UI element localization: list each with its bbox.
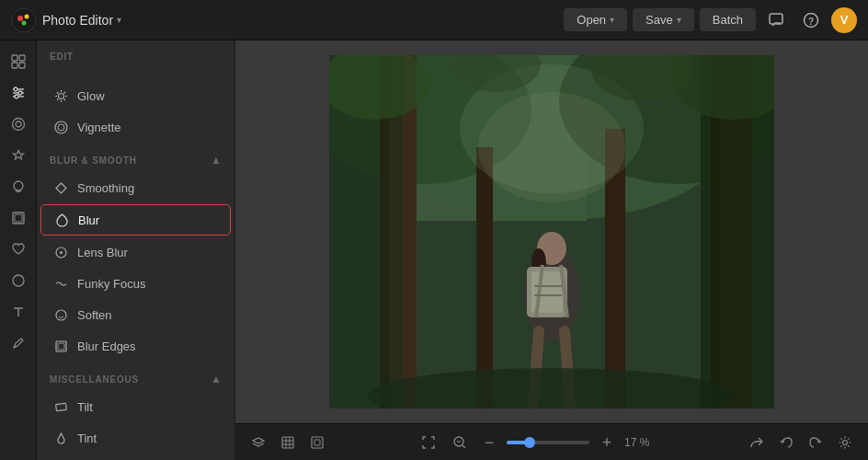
svg-rect-77 xyxy=(312,437,323,448)
svg-line-31 xyxy=(57,92,59,94)
blur-edges-icon xyxy=(53,339,68,353)
zoom-fit-icon-button[interactable] xyxy=(448,431,472,454)
rail-edit-icon[interactable] xyxy=(5,48,32,75)
bottom-bar-right xyxy=(745,431,857,454)
svg-rect-64 xyxy=(534,294,562,296)
funky-focus-label: Funky Focus xyxy=(77,277,145,291)
sidebar-item-vignette[interactable]: Vignette xyxy=(40,112,231,142)
rail-effects-icon[interactable] xyxy=(5,110,32,138)
rail-touch-icon[interactable] xyxy=(5,173,32,201)
app-logo[interactable] xyxy=(11,7,37,33)
sidebar-item-tint[interactable]: Tint xyxy=(40,423,231,453)
photo-container xyxy=(329,55,774,408)
blur-edges-label: Blur Edges xyxy=(77,339,136,353)
user-avatar[interactable]: V xyxy=(831,7,857,33)
blur-label: Blur xyxy=(78,213,99,227)
svg-point-15 xyxy=(18,91,22,95)
tilt-label: Tilt xyxy=(77,400,93,414)
open-button[interactable]: Open ▾ xyxy=(564,8,627,31)
blur-smooth-section-label: BLUR & SMOOTH ▲ xyxy=(37,143,234,172)
svg-rect-7 xyxy=(12,55,17,61)
sidebar-item-blur[interactable]: Blur xyxy=(40,204,231,236)
sidebar-panel: EDIT Enhance DLX xyxy=(37,40,235,460)
svg-point-26 xyxy=(58,93,63,98)
batch-button[interactable]: Batch xyxy=(700,8,756,31)
svg-point-35 xyxy=(55,121,67,133)
rail-heart-icon[interactable] xyxy=(5,236,32,263)
sidebar-item-soften[interactable]: Soften xyxy=(40,300,231,329)
glow-icon xyxy=(53,88,68,103)
svg-point-82 xyxy=(843,440,848,444)
svg-point-0 xyxy=(12,8,36,32)
soften-label: Soften xyxy=(77,308,112,322)
rail-text-icon[interactable] xyxy=(5,298,32,326)
smoothing-icon xyxy=(53,180,68,195)
zoom-value: 17 % xyxy=(624,436,657,449)
layers-icon-button[interactable] xyxy=(246,431,270,454)
svg-point-17 xyxy=(12,119,24,131)
topbar: Photo Editor ▾ Open ▾ Save ▾ Batch ? xyxy=(0,0,868,40)
blur-icon xyxy=(54,213,69,227)
sidebar-item-smoothing[interactable]: Smoothing xyxy=(40,173,231,202)
rail-frames-icon[interactable] xyxy=(5,204,32,232)
photo-display xyxy=(329,55,774,408)
svg-point-2 xyxy=(25,14,29,18)
lens-blur-label: Lens Blur xyxy=(77,246,128,259)
svg-rect-72 xyxy=(282,437,293,448)
app-title-group[interactable]: Photo Editor ▾ xyxy=(42,13,121,28)
sidebar-item-blur-edges[interactable]: Blur Edges xyxy=(40,331,231,361)
tint-label: Tint xyxy=(77,431,97,445)
sidebar-item-funky-focus[interactable]: Funky Focus xyxy=(40,269,231,298)
tint-icon xyxy=(53,431,68,445)
redo-button[interactable] xyxy=(804,431,828,454)
canvas-area: − + 17 % xyxy=(235,40,868,460)
zoom-minus-button[interactable]: − xyxy=(479,432,499,453)
svg-text:?: ? xyxy=(808,16,814,26)
vignette-icon xyxy=(53,120,68,134)
svg-line-33 xyxy=(63,92,65,94)
undo-button[interactable] xyxy=(774,431,798,454)
share-icon-button[interactable] xyxy=(745,431,769,454)
svg-rect-63 xyxy=(534,285,562,287)
sidebar-item-glow[interactable]: Glow xyxy=(40,81,231,110)
fullscreen-icon-button[interactable] xyxy=(305,431,329,454)
svg-rect-41 xyxy=(55,403,66,410)
smoothing-label: Smoothing xyxy=(77,181,134,195)
canvas-workspace xyxy=(235,40,868,423)
svg-line-80 xyxy=(463,445,465,448)
save-button[interactable]: Save ▾ xyxy=(633,8,694,31)
blur-smooth-collapse-btn[interactable]: ▲ xyxy=(211,154,222,167)
sidebar-item-tilt[interactable]: Tilt xyxy=(40,392,231,421)
svg-point-57 xyxy=(478,92,625,202)
svg-line-32 xyxy=(63,98,65,100)
rail-draw-icon[interactable] xyxy=(5,329,32,357)
svg-point-22 xyxy=(13,275,24,286)
settings-icon-button[interactable] xyxy=(833,431,857,454)
zoom-plus-button[interactable]: + xyxy=(597,432,617,453)
app-title-chevron: ▾ xyxy=(117,15,121,25)
bottom-bar: − + 17 % xyxy=(235,423,868,460)
topbar-actions: Open ▾ Save ▾ Batch ? V xyxy=(564,6,857,35)
bottom-bar-center: − + 17 % xyxy=(337,431,737,454)
rail-adjustments-icon[interactable] xyxy=(5,79,32,107)
svg-rect-40 xyxy=(58,343,64,350)
rail-favorites-icon[interactable] xyxy=(5,142,32,169)
frames-icon-button[interactable] xyxy=(276,431,300,454)
rail-shapes-icon[interactable] xyxy=(5,267,32,294)
svg-rect-10 xyxy=(19,63,25,68)
fit-screen-icon-button[interactable] xyxy=(417,431,440,454)
vignette-label: Vignette xyxy=(77,121,120,134)
sidebar-item-levels[interactable]: Levels xyxy=(40,454,231,460)
app-title: Photo Editor xyxy=(42,13,113,28)
misc-collapse-btn[interactable]: ▲ xyxy=(211,373,222,385)
help-icon-button[interactable]: ? xyxy=(796,6,826,35)
tilt-icon xyxy=(53,399,68,414)
svg-rect-9 xyxy=(12,63,17,68)
chat-icon-button[interactable] xyxy=(761,6,791,35)
svg-line-34 xyxy=(57,98,59,100)
svg-point-16 xyxy=(15,95,18,98)
svg-point-19 xyxy=(14,181,23,190)
zoom-slider-thumb[interactable] xyxy=(524,437,535,448)
funky-focus-icon xyxy=(53,276,68,291)
sidebar-item-lens-blur[interactable]: Lens Blur xyxy=(40,237,231,267)
